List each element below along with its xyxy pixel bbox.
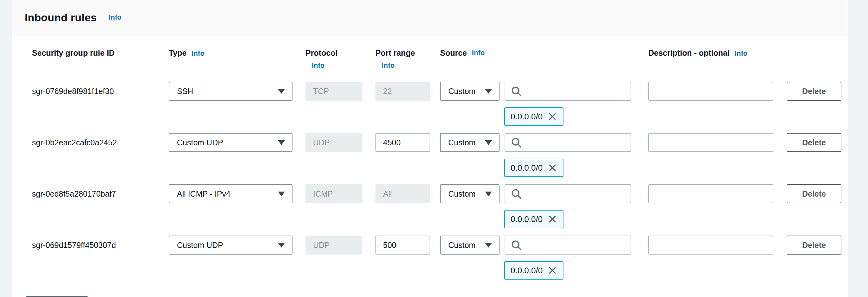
source-search-box [504,236,631,255]
delete-rule-button[interactable]: Delete [787,82,841,101]
source-search-input[interactable] [504,236,631,255]
security-group-rule-id: sgr-0ed8f5a280170baf7 [32,189,116,198]
source-search-box [504,133,631,152]
column-header-port-range: Port range Info [375,48,430,71]
protocol-field-disabled: ICMP [306,184,363,203]
delete-rule-button[interactable]: Delete [787,133,841,152]
remove-source-icon[interactable] [548,214,557,224]
inbound-rules-panel: Inbound rules Info Security group rule I… [12,0,848,297]
rule-row: sgr-0ed8f5a280170baf7 All ICMP - IPv4 IC… [32,184,848,228]
remove-source-icon[interactable] [548,163,557,173]
rule-row: sgr-0b2eac2cafc0a2452 Custom UDP UDP Cus [32,133,848,177]
rule-row: sgr-0769de8f981f1ef30 SSH TCP 22 [32,82,848,126]
column-header-source: SourceInfo [440,48,631,58]
source-type-select[interactable]: Custom [440,184,499,203]
chevron-down-icon [485,191,492,196]
panel-header: Inbound rules Info [12,0,848,35]
column-header-type: TypeInfo [169,48,292,59]
rules-table: Security group rule ID TypeInfo Protocol… [12,35,848,279]
type-info-link[interactable]: Info [192,50,205,57]
source-search-input[interactable] [504,133,631,152]
source-type-select[interactable]: Custom [440,236,499,255]
security-group-rule-id: sgr-0b2eac2cafc0a2452 [32,138,117,147]
source-cidr-token: 0.0.0.0/0 [504,107,563,126]
source-cidr-token: 0.0.0.0/0 [504,261,563,279]
description-info-link[interactable]: Info [735,50,747,57]
port-range-field: 22 [375,82,430,101]
delete-rule-button[interactable]: Delete [787,236,841,255]
port-range-input[interactable] [375,236,430,255]
type-select[interactable]: All ICMP - IPv4 [169,184,292,203]
source-cidr-value: 0.0.0.0/0 [510,163,542,173]
protocol-info-link[interactable]: Info [312,60,363,71]
rules-rows: sgr-0769de8f981f1ef30 SSH TCP 22 [32,82,848,279]
remove-source-icon[interactable] [548,112,557,121]
column-header-protocol: Protocol Info [306,48,363,71]
source-info-link[interactable]: Info [472,48,485,58]
source-cidr-value: 0.0.0.0/0 [510,112,542,122]
rule-row: sgr-069d1579ff450307d Custom UDP UDP Cus [32,236,848,279]
source-cidr-token: 0.0.0.0/0 [504,159,563,177]
security-group-rule-id: sgr-0769de8f981f1ef30 [32,87,114,96]
description-input[interactable] [648,133,773,152]
chevron-down-icon [485,89,492,94]
chevron-down-icon [485,243,492,247]
source-search-box [504,184,631,203]
chevron-down-icon [485,140,492,145]
remove-source-icon[interactable] [548,266,557,275]
type-select[interactable]: Custom UDP [169,236,292,255]
security-group-rule-id: sgr-069d1579ff450307d [32,241,116,249]
port-range-info-link[interactable]: Info [382,60,430,71]
source-cidr-token: 0.0.0.0/0 [504,210,563,228]
chevron-down-icon [278,191,285,196]
type-select[interactable]: SSH [169,82,292,101]
port-range-field: All [375,184,430,203]
source-search-input[interactable] [504,184,631,203]
description-input[interactable] [648,82,773,101]
table-header-row: Security group rule ID TypeInfo Protocol… [32,48,848,82]
description-input[interactable] [648,184,773,203]
source-type-select[interactable]: Custom [440,82,499,101]
delete-rule-button[interactable]: Delete [787,184,841,203]
protocol-field-disabled: UDP [306,133,363,152]
source-search-input[interactable] [504,82,631,101]
source-search-box [504,82,631,101]
chevron-down-icon [278,89,285,94]
source-cidr-value: 0.0.0.0/0 [510,266,542,275]
source-cidr-value: 0.0.0.0/0 [510,214,542,224]
port-range-input[interactable] [375,133,430,152]
column-header-rule-id: Security group rule ID [32,48,169,58]
source-type-select[interactable]: Custom [440,133,499,152]
protocol-field-disabled: UDP [306,236,363,255]
column-header-description: Description - optionalInfo [648,48,773,59]
chevron-down-icon [278,243,285,247]
inbound-rules-info-link[interactable]: Info [108,13,121,22]
page-title: Inbound rules [25,11,97,24]
description-input[interactable] [648,236,773,255]
chevron-down-icon [278,140,285,145]
protocol-field-disabled: TCP [306,82,363,101]
type-select[interactable]: Custom UDP [169,133,292,152]
